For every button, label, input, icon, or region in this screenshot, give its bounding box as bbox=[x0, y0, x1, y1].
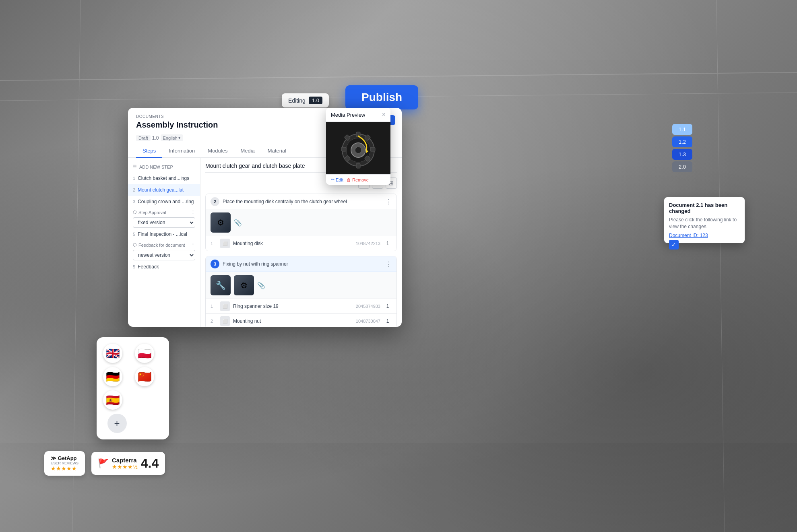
feedback-select[interactable]: newest version fixed version bbox=[133, 250, 195, 260]
step-3-thumb-1-inner: 🔧 bbox=[211, 275, 231, 295]
remove-label: Remove bbox=[352, 177, 369, 182]
editing-label: Editing bbox=[288, 97, 306, 104]
process-step-2: 2 Place the mounting disk centrally on t… bbox=[205, 194, 397, 251]
svg-rect-9 bbox=[356, 163, 360, 168]
mounting-nut-name: Mounting nut bbox=[233, 318, 353, 324]
capterra-name-text: Capterra bbox=[112, 457, 138, 464]
process-step-3: 3 Fixing by nut with ring spanner ⋮ 🔧 ⚙ … bbox=[205, 256, 397, 327]
step-3-more-btn[interactable]: ⋮ bbox=[385, 260, 392, 268]
svg-line-0 bbox=[0, 72, 797, 80]
media-preview-close-btn[interactable]: × bbox=[382, 111, 386, 118]
sidebar-item-1[interactable]: 1 Clutch basket and...ings bbox=[128, 173, 200, 184]
flags-container: 🇬🇧 🇵🇱 🇩🇪 🇨🇳 🇪🇸 + bbox=[97, 337, 169, 439]
material-num-nut: 2 bbox=[211, 319, 217, 324]
version-text: 1.0 bbox=[152, 135, 159, 141]
editing-badge: Editing 1.0 bbox=[282, 93, 329, 107]
add-language-btn[interactable]: + bbox=[107, 414, 127, 433]
language-badge[interactable]: English ▾ bbox=[161, 134, 183, 141]
add-step-label: ADD NEW STEP bbox=[139, 165, 173, 169]
getapp-logo: ≫ GetApp USER REVIEWS ★★★★★ bbox=[51, 455, 78, 472]
step-3-thumb-2-inner: ⚙ bbox=[234, 275, 254, 295]
step-approval-label: Step Approval bbox=[138, 210, 166, 215]
getapp-logo-text: ≫ GetApp bbox=[51, 455, 78, 461]
getapp-subtitle: USER REVIEWS bbox=[51, 461, 78, 465]
notification-popup: Document 2.1 has been changed Please cli… bbox=[664, 197, 745, 243]
tab-steps[interactable]: Steps bbox=[136, 144, 162, 158]
notification-body: Please click the following link to view … bbox=[669, 217, 740, 230]
step-2-thumb[interactable]: ⚙ bbox=[211, 212, 231, 233]
notification-check-btn[interactable]: ✓ bbox=[669, 240, 679, 250]
step-2-more-btn[interactable]: ⋮ bbox=[385, 198, 392, 206]
mounting-nut-qty: 1 bbox=[384, 318, 392, 324]
step-2-number: 2 bbox=[211, 197, 219, 206]
capterra-score: 4.4 bbox=[141, 456, 159, 471]
ring-spanner-name: Ring spanner size 19 bbox=[233, 303, 353, 309]
material-num-ring: 1 bbox=[211, 304, 217, 309]
step-3-thumb-2[interactable]: ⚙ bbox=[234, 275, 254, 295]
tab-material[interactable]: Material bbox=[261, 144, 293, 158]
capterra-info: Capterra ★★★★½ bbox=[112, 457, 138, 470]
mounting-disk-qty: 1 bbox=[384, 241, 392, 246]
version-1-3-btn[interactable]: 1.3 bbox=[672, 149, 692, 160]
remove-media-btn[interactable]: 🗑 Remove bbox=[347, 177, 369, 182]
sidebar-item-5[interactable]: 5 Final Inspection - ...ical bbox=[128, 229, 200, 240]
badges-container: ≫ GetApp USER REVIEWS ★★★★★ 🚩 Capterra ★… bbox=[44, 451, 165, 476]
step-2-media: ⚙ 📎 bbox=[206, 209, 396, 236]
version-sidebar: 1.1 1.2 1.3 2.0 bbox=[672, 124, 692, 172]
sidebar-section-approval: ⬡ Step Approval ⋮ bbox=[128, 207, 200, 217]
sidebar-section-feedback: ⬡ Feedback for document ⋮ bbox=[128, 240, 200, 249]
flag-pl[interactable]: 🇵🇱 bbox=[135, 344, 154, 363]
feedback-more-icon[interactable]: ⋮ bbox=[191, 242, 195, 247]
sidebar: ☰ ADD NEW STEP 1 Clutch basket and...ing… bbox=[128, 158, 200, 327]
edit-label: Edit bbox=[336, 177, 343, 182]
edit-media-btn[interactable]: ✏ Edit bbox=[331, 177, 343, 182]
big-publish-button[interactable]: Publish bbox=[345, 85, 418, 109]
version-2-0-btn[interactable]: 2.0 bbox=[672, 161, 692, 172]
flag-cn[interactable]: 🇨🇳 bbox=[135, 367, 154, 386]
material-row-mounting-nut: 2 ⬜ Mounting nut 1048730047 1 bbox=[206, 313, 396, 327]
ring-spanner-icon: ⬜ bbox=[220, 301, 230, 311]
step-approval-select[interactable]: fixed version newest version bbox=[133, 217, 195, 228]
ring-spanner-id: 2045874933 bbox=[356, 304, 380, 309]
sidebar-item-3[interactable]: 3 Coupling crown and ...ring bbox=[128, 196, 200, 207]
flag-de[interactable]: 🇩🇪 bbox=[103, 367, 122, 386]
tab-media[interactable]: Media bbox=[234, 144, 261, 158]
pencil-icon: ✏ bbox=[331, 177, 334, 182]
step-3-thumb-1[interactable]: 🔧 bbox=[211, 275, 231, 295]
media-preview-panel: Media Preview × bbox=[326, 108, 390, 185]
notification-title: Document 2.1 has been changed bbox=[669, 202, 740, 214]
step-3-number: 3 bbox=[211, 260, 219, 268]
add-new-step-button[interactable]: ☰ ADD NEW STEP bbox=[128, 163, 200, 173]
step-3-media: 🔧 ⚙ 📎 bbox=[206, 272, 396, 299]
notification-link[interactable]: Document ID: 123 bbox=[669, 233, 740, 238]
tab-modules[interactable]: Modules bbox=[201, 144, 234, 158]
version-1-2-btn[interactable]: 1.2 bbox=[672, 136, 692, 147]
list-icon: ☰ bbox=[133, 164, 137, 169]
mounting-nut-icon: ⬜ bbox=[220, 316, 230, 326]
flag-es[interactable]: 🇪🇸 bbox=[103, 390, 122, 410]
svg-rect-4 bbox=[0, 0, 797, 60]
step-2-description: Place the mounting disk centrally on the… bbox=[223, 199, 382, 204]
step-3-attach-btn[interactable]: 📎 bbox=[257, 275, 265, 295]
step-3-description: Fixing by nut with ring spanner bbox=[223, 261, 382, 267]
editing-version: 1.0 bbox=[309, 97, 322, 104]
svg-point-17 bbox=[355, 147, 361, 153]
sidebar-item-7[interactable]: 5 Feedback bbox=[128, 261, 200, 272]
media-preview-header: Media Preview × bbox=[326, 108, 390, 122]
sidebar-item-2[interactable]: 2 Mount clutch gea...lat ⋮ bbox=[128, 184, 200, 196]
language-text: English bbox=[163, 136, 178, 140]
tab-information[interactable]: Information bbox=[162, 144, 201, 158]
ring-spanner-qty: 1 bbox=[384, 303, 392, 309]
flag-gb[interactable]: 🇬🇧 bbox=[103, 344, 122, 363]
material-row-mounting-disk: 1 ⬜ Mounting disk 1048742213 1 bbox=[206, 236, 396, 251]
trash-icon: 🗑 bbox=[347, 177, 351, 182]
step-approval-more-icon[interactable]: ⋮ bbox=[191, 210, 195, 215]
step-2-thumb-inner: ⚙ bbox=[211, 212, 231, 233]
process-step-2-header: 2 Place the mounting disk centrally on t… bbox=[206, 194, 396, 209]
capterra-flag-icon: 🚩 bbox=[98, 458, 109, 469]
svg-rect-10 bbox=[341, 147, 346, 151]
capterra-badge: 🚩 Capterra ★★★★½ 4.4 bbox=[91, 452, 165, 475]
version-1-1-btn[interactable]: 1.1 bbox=[672, 124, 692, 135]
step-2-attach-btn[interactable]: 📎 bbox=[234, 212, 242, 233]
mounting-disk-name: Mounting disk bbox=[233, 241, 353, 246]
